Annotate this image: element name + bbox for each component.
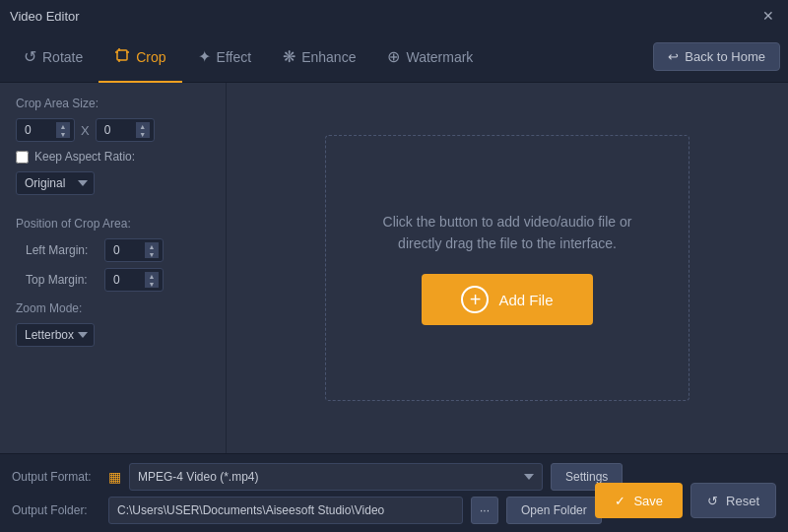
left-margin-label: Left Margin: [26, 243, 97, 257]
left-margin-down-btn[interactable]: ▼ [145, 250, 159, 258]
output-folder-label: Output Folder: [12, 503, 100, 517]
keep-aspect-ratio-label: Keep Aspect Ratio: [34, 150, 135, 164]
save-button[interactable]: ✓ Save [595, 483, 683, 518]
plus-icon: + [470, 290, 482, 309]
keep-aspect-ratio-checkbox[interactable] [16, 151, 29, 164]
title-bar: Video Editor ✕ [0, 0, 788, 32]
top-margin-spinners: ▲ ▼ [145, 272, 159, 288]
zoom-mode-select[interactable]: Letterbox Pan & Scan Full [16, 323, 95, 347]
height-down-btn[interactable]: ▼ [136, 130, 150, 138]
back-to-home-button[interactable]: ↩ Back to Home [653, 42, 780, 71]
aspect-ratio-select[interactable]: Original 16:9 4:3 1:1 Custom [16, 171, 95, 195]
keep-aspect-ratio-row: Keep Aspect Ratio: [16, 150, 210, 164]
back-home-icon: ↩ [668, 49, 679, 64]
svg-rect-0 [117, 50, 127, 60]
crop-icon [114, 47, 130, 67]
left-margin-spinners: ▲ ▼ [145, 242, 159, 258]
reset-button[interactable]: ↺ Reset [690, 483, 776, 518]
folder-path-input[interactable] [108, 497, 463, 524]
close-button[interactable]: ✕ [758, 8, 778, 24]
tab-rotate[interactable]: ↺ Rotate [8, 32, 98, 83]
tab-effect-label: Effect [217, 49, 252, 65]
drop-zone[interactable]: Click the button to add video/audio file… [325, 135, 690, 401]
position-label: Position of Crop Area: [16, 217, 210, 231]
open-folder-button[interactable]: Open Folder [506, 497, 602, 524]
reset-icon: ↺ [707, 494, 718, 508]
x-separator: X [81, 123, 90, 138]
tab-effect[interactable]: ✦ Effect [182, 32, 268, 83]
top-margin-down-btn[interactable]: ▼ [145, 280, 159, 288]
enhance-icon: ❋ [283, 47, 296, 66]
center-panel: Click the button to add video/audio file… [227, 83, 788, 453]
rotate-icon: ↺ [24, 47, 36, 66]
tab-crop[interactable]: Crop [98, 32, 181, 83]
output-format-label: Output Format: [12, 470, 100, 484]
drop-zone-text: Click the button to add video/audio file… [383, 211, 632, 255]
width-spinners: ▲ ▼ [56, 122, 70, 138]
tab-watermark[interactable]: ⊕ Watermark [371, 32, 489, 83]
left-panel: Crop Area Size: 0 ▲ ▼ X 0 ▲ ▼ Keep Aspec… [0, 83, 227, 453]
reset-label: Reset [726, 494, 759, 508]
app-title: Video Editor [10, 9, 80, 24]
crop-area-size-label: Crop Area Size: [16, 97, 210, 110]
format-icon: ▦ [108, 469, 121, 485]
position-section: Position of Crop Area: Left Margin: 0 ▲ … [16, 217, 210, 292]
zoom-mode-label: Zoom Mode: [16, 301, 210, 315]
height-spinners: ▲ ▼ [136, 122, 150, 138]
save-label: Save [633, 494, 663, 508]
top-margin-row: Top Margin: 0 ▲ ▼ [16, 268, 210, 292]
zoom-section: Zoom Mode: Letterbox Pan & Scan Full [16, 301, 210, 347]
watermark-icon: ⊕ [387, 47, 400, 66]
format-select[interactable]: MPEG-4 Video (*.mp4) AVI Video (*.avi) M… [129, 463, 543, 491]
folder-dots-button[interactable]: ··· [471, 497, 498, 524]
top-margin-input[interactable]: 0 ▲ ▼ [104, 268, 164, 292]
height-input[interactable]: 0 ▲ ▼ [96, 118, 155, 142]
add-file-label: Add File [498, 292, 553, 308]
tab-rotate-label: Rotate [42, 49, 83, 65]
tab-bar: ↺ Rotate Crop ✦ Effect ❋ Enhance ⊕ Water… [0, 32, 788, 83]
left-margin-row: Left Margin: 0 ▲ ▼ [16, 238, 210, 262]
add-file-button[interactable]: + Add File [422, 274, 592, 325]
action-buttons: ✓ Save ↺ Reset [595, 483, 776, 518]
back-to-home-label: Back to Home [685, 49, 765, 64]
top-margin-label: Top Margin: [26, 273, 97, 287]
left-margin-up-btn[interactable]: ▲ [145, 242, 159, 250]
left-margin-input[interactable]: 0 ▲ ▼ [104, 238, 164, 262]
save-check-icon: ✓ [615, 494, 625, 508]
crop-size-row: 0 ▲ ▼ X 0 ▲ ▼ [16, 118, 210, 142]
height-up-btn[interactable]: ▲ [136, 122, 150, 130]
width-input[interactable]: 0 ▲ ▼ [16, 118, 75, 142]
width-down-btn[interactable]: ▼ [56, 130, 70, 138]
tab-enhance[interactable]: ❋ Enhance [267, 32, 371, 83]
tab-crop-label: Crop [136, 49, 165, 65]
tab-watermark-label: Watermark [406, 49, 473, 65]
tab-enhance-label: Enhance [301, 49, 356, 65]
effect-icon: ✦ [198, 47, 211, 66]
main-content: Crop Area Size: 0 ▲ ▼ X 0 ▲ ▼ Keep Aspec… [0, 83, 788, 453]
add-file-icon: + [461, 286, 489, 313]
top-margin-up-btn[interactable]: ▲ [145, 272, 159, 280]
width-up-btn[interactable]: ▲ [56, 122, 70, 130]
